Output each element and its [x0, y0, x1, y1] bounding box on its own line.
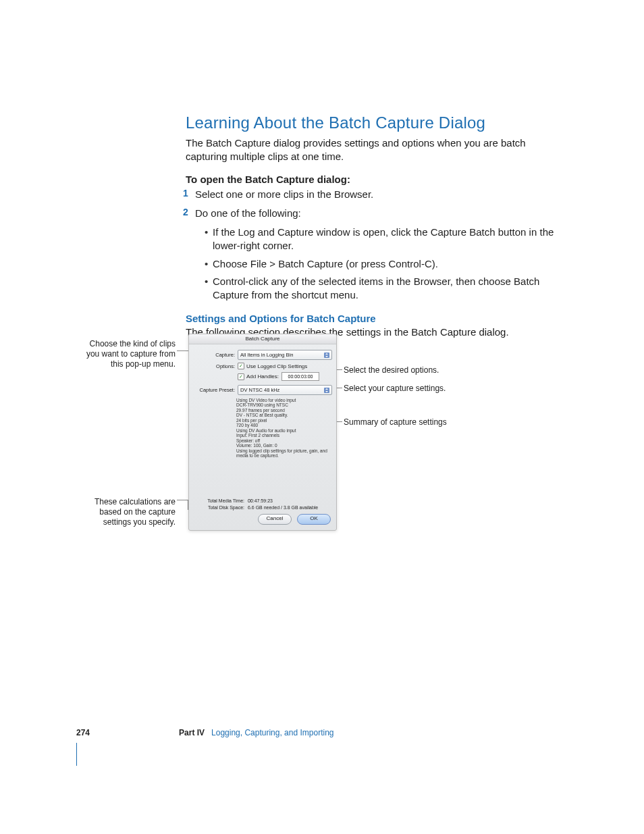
cancel-button[interactable]: Cancel — [258, 514, 292, 525]
step-text: Do one of the following: — [195, 207, 301, 219]
use-logged-label: Use Logged Clip Settings — [246, 363, 307, 369]
callout-line — [177, 500, 188, 500]
callout-calculations: These calculations are based on the capt… — [78, 497, 176, 527]
ok-button[interactable]: OK — [297, 514, 331, 525]
callout-capture-popup: Choose the kind of clips you want to cap… — [78, 339, 176, 369]
capture-preset-popup[interactable]: DV NTSC 48 kHz — [238, 385, 332, 395]
callout-summary: Summary of capture settings — [344, 417, 479, 427]
dialog-footer: Total Media Time: 00:47:59:23 Total Disk… — [189, 494, 336, 530]
options-label: Options: — [193, 363, 238, 369]
summary-line: Using DV Video for video input — [236, 398, 331, 402]
dropdown-arrows-icon — [324, 353, 329, 358]
handles-timecode-field[interactable]: 00:00:03:00 — [281, 372, 319, 381]
preset-label: Capture Preset: — [193, 387, 238, 393]
part-title: Logging, Capturing, and Importing — [211, 728, 333, 737]
add-handles-label: Add Handles: — [246, 373, 279, 380]
step-2: 2 Do one of the following: — [186, 207, 560, 220]
footer-rule — [76, 743, 77, 766]
option-item: Choose File > Batch Capture (or press Co… — [205, 257, 560, 271]
preset-summary: Using DV Video for video input DCR-TRV90… — [236, 398, 331, 459]
body-column: Learning About the Batch Capture Dialog … — [186, 113, 560, 349]
disk-space-label: Total Disk Space: — [194, 505, 246, 510]
callout-options: Select the desired options. — [344, 365, 465, 375]
section-heading: Learning About the Batch Capture Dialog — [186, 113, 560, 132]
capture-popup[interactable]: All Items in Logging Bin — [238, 350, 332, 360]
procedure-heading: To open the Batch Capture dialog: — [186, 174, 560, 185]
capture-label: Capture: — [193, 352, 238, 358]
add-handles-checkbox[interactable] — [238, 373, 244, 380]
media-time-value: 00:47:59:23 — [248, 498, 273, 503]
step-number: 2 — [183, 207, 188, 217]
use-logged-checkbox[interactable] — [238, 363, 244, 369]
page-footer: 274 Part IV Logging, Capturing, and Impo… — [76, 728, 549, 737]
intro-paragraph: The Batch Capture dialog provides settin… — [186, 136, 560, 164]
option-item: Control-click any of the selected items … — [205, 275, 560, 303]
step-2-options: If the Log and Capture window is open, c… — [186, 226, 560, 302]
summary-line: Volume: 100, Gain: 0 — [236, 443, 331, 448]
summary-line: Speaker: off — [236, 438, 331, 443]
batch-capture-figure: Choose the kind of clips you want to cap… — [78, 332, 570, 542]
summary-line: DV - NTSC at Best quality. — [236, 413, 331, 417]
page: Learning About the Batch Capture Dialog … — [0, 0, 644, 834]
capture-popup-value: All Items in Logging Bin — [240, 352, 293, 358]
media-time-label: Total Media Time: — [194, 498, 246, 503]
step-text: Select one or more clips in the Browser. — [195, 188, 373, 200]
capture-preset-value: DV NTSC 48 kHz — [240, 387, 279, 393]
summary-line: DCR-TRV900 using NTSC — [236, 402, 331, 407]
summary-line: 24 bits per pixel — [236, 418, 331, 423]
batch-capture-dialog: Batch Capture Capture: All Items in Logg… — [188, 334, 337, 531]
summary-line: Input: First 2 channels — [236, 433, 331, 438]
page-number: 274 — [76, 728, 90, 737]
step-number: 1 — [183, 188, 188, 199]
part-label: Part IV — [179, 728, 205, 737]
option-item: If the Log and Capture window is open, c… — [205, 226, 560, 253]
disk-space-value: 6.6 GB needed / 3.8 GB available — [248, 505, 318, 510]
dialog-title: Batch Capture — [189, 334, 336, 344]
summary-line: Using DV Audio for audio input — [236, 428, 331, 433]
step-1: 1 Select one or more clips in the Browse… — [186, 188, 560, 201]
summary-line: 29.97 frames per second — [236, 408, 331, 413]
callout-capture-settings: Select your capture settings. — [344, 384, 479, 394]
subsection-heading: Settings and Options for Batch Capture — [186, 313, 560, 324]
summary-line: 720 by 480 — [236, 423, 331, 427]
dropdown-arrows-icon — [324, 388, 329, 393]
summary-line: Using logged clip settings for picture, … — [236, 448, 331, 459]
